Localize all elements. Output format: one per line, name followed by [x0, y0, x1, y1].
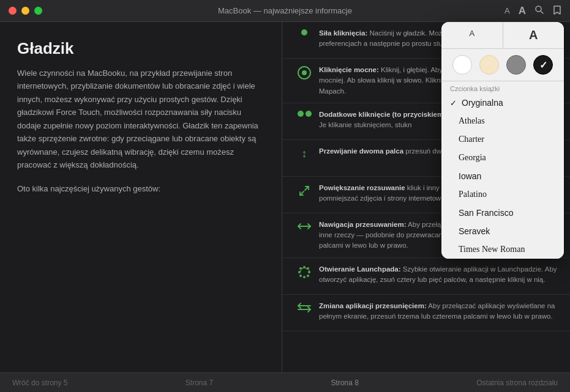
large-a-label: A	[529, 28, 538, 42]
color-swatches	[441, 49, 564, 81]
font-section-label: Czcionka książki	[441, 81, 564, 94]
font-item-san-francisco[interactable]: San Francisco	[441, 204, 564, 222]
nav-last-page[interactable]: Ostatnia strona rozdziału	[476, 379, 558, 387]
gesture-title: Zmiana aplikacji przesunięciem:	[319, 302, 427, 309]
svg-line-1	[541, 11, 543, 13]
font-label: Georgia	[459, 153, 486, 163]
gesture-title: Otwieranie Launchpada:	[319, 265, 401, 273]
svg-point-9	[299, 267, 302, 270]
gesture-icon-switch-app	[290, 301, 319, 316]
gesture-icon-swipe	[290, 220, 319, 234]
svg-line-19	[300, 270, 301, 272]
font-item-original[interactable]: Oryginalna	[441, 94, 564, 112]
gesture-icon-two-dots	[290, 109, 319, 117]
gesture-text: Otwieranie Launchpada: Szybkie otwierani…	[319, 264, 563, 286]
gesture-icon-expand	[290, 183, 319, 200]
large-text-tab[interactable]: A	[503, 22, 564, 48]
font-item-seravek[interactable]: Seravek	[441, 222, 564, 240]
font-label: Oryginalna	[462, 98, 503, 108]
font-label: Iowan	[459, 171, 481, 181]
svg-line-17	[302, 268, 303, 269]
font-label: Athelas	[459, 116, 485, 126]
single-dot-icon	[301, 29, 307, 35]
bottom-bar: Wróć do strony 5 Strona 7 Strona 8 Ostat…	[0, 372, 570, 392]
window-controls	[9, 7, 42, 15]
svg-line-18	[306, 268, 307, 269]
gesture-text: Zmiana aplikacji przesunięciem: Aby prze…	[319, 301, 563, 322]
popup-header: A A	[441, 22, 564, 49]
titlebar: MacBook — najważniejsze informacje A A	[0, 0, 570, 22]
color-white[interactable]	[452, 55, 472, 75]
font-item-iowan[interactable]: Iowan	[441, 167, 564, 185]
font-item-palatino[interactable]: Palatino	[441, 185, 564, 204]
gesture-title: Kliknięcie mocne:	[319, 66, 379, 73]
launchpad-icon	[298, 265, 311, 281]
inner-dot-icon	[302, 70, 307, 75]
close-button[interactable]	[9, 7, 17, 15]
chapter-body: Wiele czynności na MacBooku, na przykład…	[17, 67, 267, 172]
svg-point-15	[303, 276, 306, 278]
font-label: San Francisco	[459, 208, 513, 218]
color-black[interactable]	[533, 55, 553, 75]
nav-page7[interactable]: Strona 7	[186, 379, 213, 387]
small-a-label: A	[469, 29, 474, 38]
minimize-button[interactable]	[21, 7, 29, 15]
svg-point-16	[307, 275, 309, 277]
nav-back[interactable]: Wróć do strony 5	[12, 379, 67, 387]
svg-point-10	[303, 266, 306, 268]
font-item-charter[interactable]: Charter	[441, 130, 564, 149]
gesture-title: Siła kliknięcia:	[319, 29, 367, 37]
color-cream[interactable]	[479, 55, 499, 75]
font-item-georgia[interactable]: Georgia	[441, 149, 564, 167]
font-appearance-popup: A A Czcionka książki Oryginalna Athelas …	[441, 22, 564, 259]
gesture-title: Nawigacja przesuwaniem:	[319, 221, 407, 228]
svg-point-14	[299, 275, 302, 277]
target-icon	[298, 66, 311, 80]
font-label: Charter	[459, 135, 484, 144]
window-title: MacBook — najważniejsze informacje	[218, 6, 352, 15]
font-size-icon[interactable]: A	[504, 6, 510, 15]
maximize-button[interactable]	[34, 7, 42, 15]
chapter-intro: Oto kilka najczęściej używanych gestów:	[17, 183, 267, 196]
small-text-tab[interactable]: A	[441, 22, 503, 48]
swipe-lr-icon	[297, 221, 312, 234]
titlebar-actions: A A	[504, 5, 561, 17]
gesture-title: Przewijanie dwoma palca	[319, 147, 403, 155]
font-list: Oryginalna Athelas Charter Georgia Iowan…	[441, 94, 564, 259]
gesture-icon-target	[290, 65, 319, 80]
font-size-large-icon[interactable]: A	[519, 5, 526, 17]
gesture-icon-dot	[290, 28, 319, 35]
nav-page8[interactable]: Strona 8	[331, 379, 359, 387]
gesture-title: Powiększanie rozsuwanie	[319, 184, 405, 191]
expand-icon	[298, 184, 311, 200]
search-icon[interactable]	[534, 5, 544, 17]
left-panel: Gładzik Wiele czynności na MacBooku, na …	[0, 22, 282, 372]
two-dots-icon	[298, 111, 312, 117]
gesture-row: Otwieranie Launchpada: Szybkie otwierani…	[282, 258, 570, 295]
svg-point-11	[307, 267, 309, 270]
font-label: Times New Roman	[459, 245, 525, 254]
font-item-times-new-roman[interactable]: Times New Roman	[441, 240, 564, 259]
bookmark-icon[interactable]	[553, 5, 561, 17]
bottom-navigation: Wróć do strony 5 Strona 7 Strona 8 Ostat…	[12, 379, 558, 387]
font-label: Seravek	[459, 226, 490, 236]
dot-icon	[298, 111, 304, 117]
arrows-updown-icon: ↕	[302, 147, 307, 160]
font-label: Palatino	[459, 190, 487, 199]
dot-icon	[306, 111, 312, 117]
swipe-lr2-icon	[297, 302, 312, 316]
gesture-title: Dodatkowe kliknięcie (to przyciskiem):	[319, 111, 448, 118]
gesture-icon-launchpad	[290, 264, 319, 281]
font-item-athelas[interactable]: Athelas	[441, 112, 564, 130]
color-gray[interactable]	[506, 55, 526, 75]
gesture-icon-scroll: ↕	[290, 146, 319, 160]
gesture-row: Zmiana aplikacji przesunięciem: Aby prze…	[282, 295, 570, 331]
chapter-title: Gładzik	[17, 39, 267, 58]
